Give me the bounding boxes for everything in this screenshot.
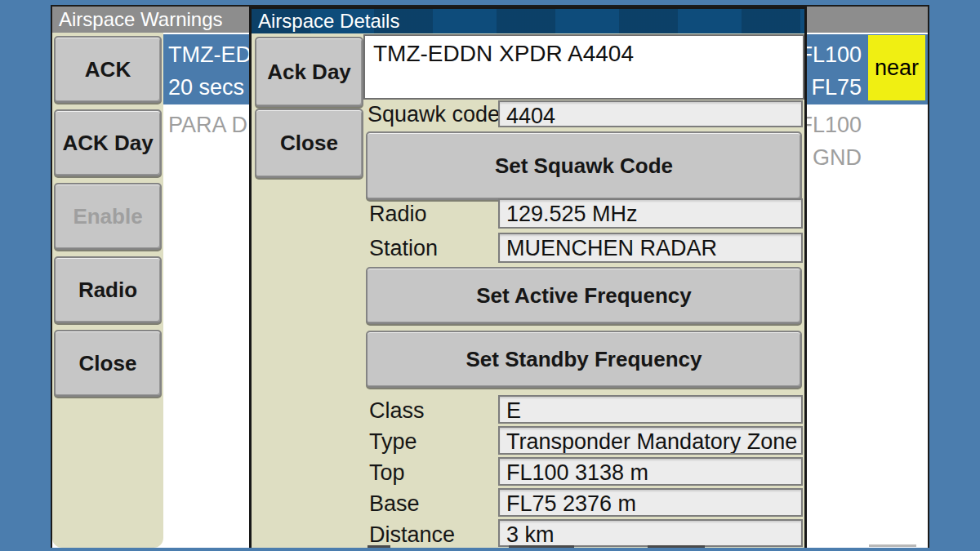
enable-button: Enable [54,183,162,250]
distance-field: 3 km [498,519,803,547]
close-warnings-button[interactable]: Close [54,330,162,397]
details-title: Airspace Details [252,9,804,33]
squawk-code-label: Squawk code [368,100,500,128]
radio-button[interactable]: Radio [54,256,162,323]
base-field: FL75 2376 m [498,488,803,517]
airspace-header: TMZ-EDDN XPDR A4404 [363,34,804,100]
warning-levels: FL100 GND [799,104,862,175]
airspace-details-dialog: Airspace Details Ack Day Close TMZ-EDDN … [249,7,807,548]
class-field: E [498,395,803,424]
distance-label: Distance [369,521,455,549]
radio-label: Radio [369,200,427,228]
ack-day-button[interactable]: ACK Day [54,109,162,176]
station-field: MUENCHEN RADAR [498,233,803,263]
station-label: Station [369,234,438,262]
clipped-row-hint [368,545,390,548]
class-label: Class [369,397,425,424]
set-standby-frequency-button[interactable]: Set Standby Frequency [366,331,802,388]
type-label: Type [369,428,417,455]
proximity-badge: near [868,35,925,100]
top-field: FL100 3138 m [498,457,803,486]
ack-button[interactable]: ACK [54,36,162,103]
set-squawk-code-button[interactable]: Set Squawk Code [366,131,802,200]
set-active-frequency-button[interactable]: Set Active Frequency [366,267,802,324]
squawk-code-field[interactable]: 4404 [498,100,803,127]
clipped-row-hint [648,545,705,548]
radio-field: 129.525 MHz [498,198,803,229]
details-close-button[interactable]: Close [255,109,363,178]
warning-levels: FL100 FL75 [799,34,862,104]
top-label: Top [369,459,405,487]
type-field: Transponder Mandatory Zone [498,426,803,455]
base-label: Base [369,490,420,518]
details-ack-day-button[interactable]: Ack Day [255,37,363,107]
clipped-row-hint [869,544,916,547]
warnings-button-column: ACK ACK Day Enable Radio Close [52,33,163,548]
clipped-row-hint [509,545,574,548]
